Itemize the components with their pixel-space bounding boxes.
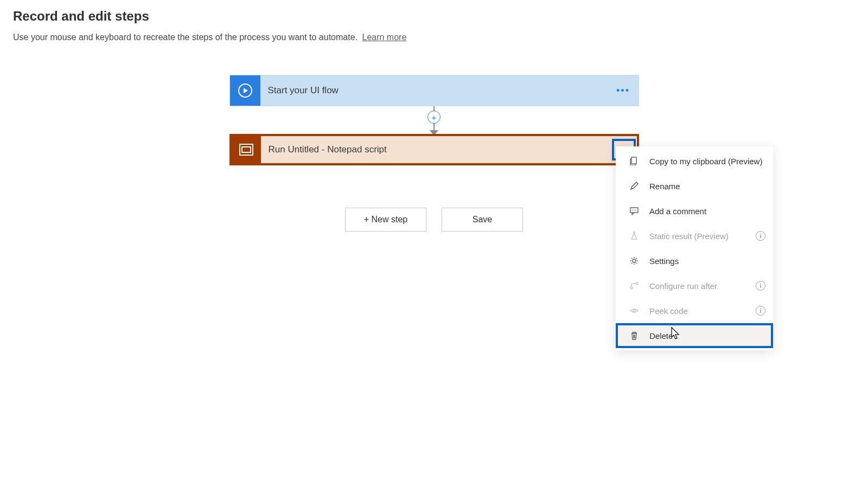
- svg-point-8: [635, 210, 636, 211]
- menu-delete-label: Delete: [649, 331, 765, 341]
- svg-marker-1: [244, 88, 248, 93]
- svg-rect-3: [242, 147, 251, 152]
- menu-delete[interactable]: Delete: [616, 323, 773, 348]
- pencil-icon: [630, 182, 642, 190]
- menu-copy-label: Copy to my clipboard (Preview): [649, 157, 765, 166]
- menu-peek-label: Peek code: [649, 306, 756, 316]
- menu-settings[interactable]: Settings: [616, 248, 773, 273]
- play-recycle-icon: [230, 75, 260, 106]
- save-button[interactable]: Save: [442, 208, 523, 232]
- more-options-start[interactable]: •••: [611, 80, 635, 101]
- script-window-icon: [232, 136, 261, 163]
- info-icon[interactable]: i: [756, 281, 765, 291]
- svg-rect-4: [631, 157, 636, 164]
- menu-rename[interactable]: Rename: [616, 174, 773, 198]
- menu-add-comment[interactable]: Add a comment: [616, 198, 773, 223]
- flow-step-run-label: Run Untitled - Notepad script: [261, 144, 612, 155]
- trash-icon: [630, 331, 642, 340]
- svg-point-12: [633, 310, 635, 312]
- svg-point-11: [636, 282, 638, 285]
- svg-point-7: [634, 210, 635, 211]
- new-step-button[interactable]: + New step: [345, 208, 426, 232]
- menu-settings-label: Settings: [649, 256, 765, 266]
- comment-icon: [630, 207, 642, 215]
- flow-step-start-label: Start your UI flow: [260, 85, 611, 96]
- svg-point-9: [633, 259, 636, 262]
- gear-icon: [630, 256, 642, 265]
- flask-icon: [630, 232, 642, 240]
- svg-point-10: [630, 287, 633, 289]
- learn-more-link[interactable]: Learn more: [362, 33, 406, 42]
- menu-configure-label: Configure run after: [649, 281, 756, 291]
- menu-peek-code: Peek code i: [616, 298, 773, 323]
- info-icon[interactable]: i: [756, 231, 765, 241]
- menu-comment-label: Add a comment: [649, 207, 765, 216]
- flow-step-start[interactable]: Start your UI flow •••: [229, 75, 639, 106]
- branch-icon: [630, 281, 642, 290]
- menu-configure-run-after: Configure run after i: [616, 273, 773, 298]
- eye-icon: [630, 306, 642, 315]
- info-icon[interactable]: i: [756, 306, 765, 316]
- page-subtitle: Use your mouse and keyboard to recreate …: [13, 33, 855, 42]
- menu-static-result-label: Static result (Preview): [649, 232, 756, 241]
- context-menu: Copy to my clipboard (Preview) Rename Ad…: [616, 146, 773, 350]
- flow-connector: +: [433, 106, 435, 134]
- menu-static-result: Static result (Preview) i: [616, 223, 773, 248]
- menu-rename-label: Rename: [649, 182, 765, 191]
- subtitle-text: Use your mouse and keyboard to recreate …: [13, 33, 358, 42]
- page-title: Record and edit steps: [13, 9, 855, 24]
- svg-point-6: [632, 210, 633, 211]
- menu-copy-clipboard[interactable]: Copy to my clipboard (Preview): [616, 149, 773, 174]
- copy-icon: [630, 157, 642, 165]
- add-step-inline[interactable]: +: [427, 111, 441, 124]
- flow-step-run[interactable]: Run Untitled - Notepad script •••: [229, 134, 639, 165]
